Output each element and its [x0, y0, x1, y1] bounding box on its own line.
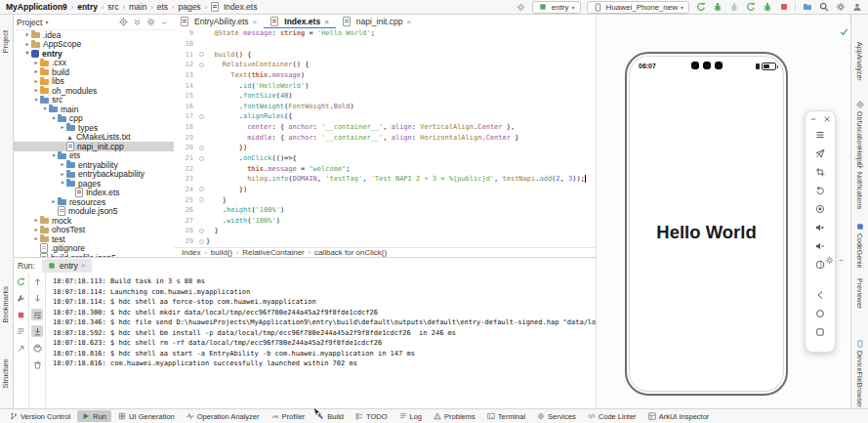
chevron-right-icon[interactable]: ▸: [32, 86, 40, 95]
tree-item-resources[interactable]: ▸resources: [13, 197, 174, 207]
chevron-right-icon[interactable]: ▸: [59, 123, 66, 132]
volume-down-icon[interactable]: [815, 236, 825, 255]
close-tab-icon[interactable]: ×: [407, 18, 412, 26]
code-line-20[interactable]: 20 }): [174, 143, 596, 153]
toolwindow-button-problems[interactable]: Problems: [429, 410, 480, 422]
tree-item-test[interactable]: ▸test: [13, 234, 174, 244]
fold-marker-icon[interactable]: [197, 63, 206, 67]
chevron-down-icon[interactable]: ▾: [32, 96, 40, 105]
code-line-27[interactable]: 27 .width('100%'): [174, 216, 596, 227]
run-button[interactable]: [695, 2, 706, 13]
soft-wrap-toggle[interactable]: [31, 309, 43, 320]
record-icon[interactable]: [815, 199, 825, 218]
account-avatar[interactable]: [851, 2, 862, 13]
chevron-right-icon[interactable]: ▸: [32, 226, 40, 234]
run-tab-entry[interactable]: entry ×: [42, 259, 92, 273]
tree-item-pages[interactable]: ▾pages: [13, 179, 174, 189]
editor-breadcrumb-item[interactable]: build(): [211, 248, 232, 257]
home-icon[interactable]: [815, 304, 825, 322]
tree-item-mock[interactable]: ▸mock: [13, 216, 174, 226]
tree-item--cxx[interactable]: ▸.cxx: [13, 59, 174, 68]
code-line-10[interactable]: 10: [174, 39, 596, 50]
chevron-right-icon[interactable]: ▸: [32, 216, 40, 225]
tree-item-appscope[interactable]: ▸AppScope: [13, 40, 174, 50]
minimize-icon[interactable]: [809, 115, 817, 123]
code-line-21[interactable]: 21 .onClick(()=>{: [174, 153, 596, 164]
code-line-15[interactable]: 15 .fontSize(40): [174, 91, 596, 102]
run-console-output[interactable]: 18:07:18.113: Build task in 3 s 88 ms18:…: [46, 273, 596, 408]
print-icon[interactable]: [31, 342, 43, 354]
fold-marker-icon[interactable]: [197, 114, 206, 119]
toolwindow-button-log[interactable]: Log: [394, 410, 428, 422]
close-tab-icon[interactable]: ×: [324, 18, 329, 26]
toolwindow-button-code-linter[interactable]: Code Linter: [583, 410, 641, 422]
run-config-dropdown[interactable]: entry ▾: [532, 1, 581, 14]
tree-item-main[interactable]: ▾main: [13, 105, 174, 114]
pin-icon[interactable]: [15, 342, 26, 354]
code-line-17[interactable]: 17 .alignRules({: [174, 111, 596, 122]
toolwindow-button-version-control[interactable]: Version Control: [5, 410, 75, 422]
hide-panel-icon[interactable]: −: [159, 18, 170, 27]
chevron-down-icon[interactable]: ▾: [50, 114, 58, 123]
menu-icon[interactable]: [815, 125, 825, 144]
collapse-all-icon[interactable]: [132, 18, 143, 26]
toolwindow-button-terminal[interactable]: Terminal: [482, 410, 530, 422]
tool-tab-previewer[interactable]: Previewer: [851, 278, 868, 309]
editor-tab-napi-init-cpp[interactable]: napi_init.cpp×: [336, 15, 418, 28]
editor-breadcrumb-item[interactable]: RelativeContainer: [242, 248, 305, 257]
editor-tab-index-ets[interactable]: Index.ets×: [264, 15, 336, 28]
recents-icon[interactable]: [815, 322, 825, 341]
tool-tab-bookmarks[interactable]: Bookmarks: [1, 286, 10, 323]
attach-debugger-button[interactable]: [762, 2, 772, 13]
restart-button[interactable]: [745, 2, 756, 13]
debug-button[interactable]: [712, 2, 723, 13]
code-line-19[interactable]: 19 middle: { anchor: '__container__', al…: [174, 132, 596, 143]
tree-item--idea[interactable]: ▸.idea: [13, 30, 174, 40]
chevron-right-icon[interactable]: ▸: [59, 160, 66, 169]
tree-item-oh-modules[interactable]: ▸oh_modules: [13, 86, 174, 96]
hide-previewer-icon[interactable]: −: [839, 255, 844, 265]
volume-up-icon[interactable]: [815, 218, 825, 236]
chevron-down-icon[interactable]: ▾: [45, 19, 48, 25]
toolwindow-button-profiler[interactable]: Profiler: [267, 410, 310, 422]
chevron-right-icon[interactable]: ▸: [59, 170, 66, 179]
shell-icon[interactable]: [815, 255, 825, 274]
tree-item-napi-init-cpp[interactable]: napi_init.cpp: [13, 142, 174, 151]
fold-marker-icon[interactable]: [197, 239, 206, 244]
previewer-settings-icon[interactable]: [825, 256, 834, 265]
close-tab-icon[interactable]: ×: [253, 18, 258, 26]
debug-inactive-button[interactable]: [728, 2, 739, 13]
rotate-icon[interactable]: [815, 181, 825, 199]
send-icon[interactable]: [815, 144, 825, 162]
close-icon[interactable]: [823, 115, 831, 123]
tree-item-cmakelists-txt[interactable]: ▲CMakeLists.txt: [13, 133, 174, 143]
chevron-right-icon[interactable]: ▸: [32, 67, 40, 76]
chevron-down-icon[interactable]: ▾: [50, 151, 58, 160]
toolwindow-button-ui-generation[interactable]: UI Generation: [113, 410, 180, 422]
tree-item-ohostest[interactable]: ▸ohosTest: [13, 226, 174, 235]
chevron-down-icon[interactable]: ▾: [23, 49, 31, 58]
code-line-18[interactable]: 18 center: { anchor: '__container__', al…: [174, 122, 596, 133]
chevron-right-icon[interactable]: ▸: [32, 234, 40, 243]
code-editor[interactable]: 9 @State message: string = 'Hello World'…: [174, 28, 596, 247]
code-line-9[interactable]: 9 @State message: string = 'Hello World'…: [174, 28, 596, 39]
scroll-to-end-toggle[interactable]: [31, 325, 43, 337]
breadcrumb-item[interactable]: src: [107, 2, 118, 12]
tool-tab-structure[interactable]: Structure: [1, 359, 10, 388]
clear-console-icon[interactable]: [31, 359, 43, 370]
chevron-right-icon[interactable]: ▸: [32, 77, 40, 86]
rerun-button[interactable]: [15, 275, 26, 287]
panel-settings-icon[interactable]: [145, 18, 156, 26]
chevron-right-icon[interactable]: ▸: [50, 197, 58, 206]
chevron-right-icon[interactable]: ▸: [23, 40, 31, 49]
toolwindow-button-run[interactable]: Run: [77, 410, 111, 422]
breadcrumb-item[interactable]: ets: [157, 2, 168, 12]
chevron-down-icon[interactable]: ▾: [59, 179, 66, 188]
chevron-right-icon[interactable]: ▸: [32, 59, 40, 67]
settings-gear-icon[interactable]: [835, 2, 846, 13]
tool-tab-appanalyzer[interactable]: AppAnalyzer: [851, 42, 868, 81]
code-line-13[interactable]: 13 Text(this.message): [174, 70, 596, 81]
chevron-right-icon[interactable]: ▸: [23, 30, 31, 39]
stop-button[interactable]: [778, 2, 789, 13]
breadcrumb-item[interactable]: Index.ets: [211, 2, 258, 12]
